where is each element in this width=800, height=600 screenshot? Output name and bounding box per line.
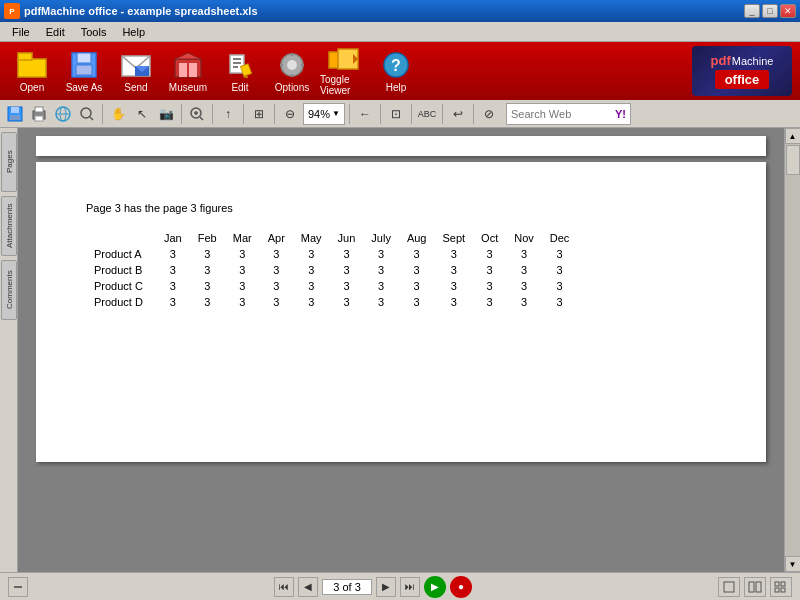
separator7 — [380, 104, 381, 124]
send-label: Send — [124, 82, 147, 93]
table-row: Product B 333333333333 — [86, 262, 577, 278]
product-b-label: Product B — [86, 262, 156, 278]
nav-last-button[interactable]: ⏭ — [400, 577, 420, 597]
menu-tools[interactable]: Tools — [73, 25, 115, 39]
svg-rect-51 — [781, 588, 785, 592]
svg-rect-30 — [11, 107, 19, 113]
menu-file[interactable]: File — [4, 25, 38, 39]
svg-rect-50 — [775, 588, 779, 592]
svg-rect-48 — [775, 582, 779, 586]
view-single-button[interactable] — [718, 577, 740, 597]
view-double-button[interactable] — [744, 577, 766, 597]
tb2-camera-button[interactable]: 📷 — [155, 103, 177, 125]
scroll-down-button[interactable]: ▼ — [785, 556, 801, 572]
nav-play-button[interactable]: ▶ — [424, 576, 446, 598]
edit-button[interactable]: Edit — [216, 46, 264, 96]
open-label: Open — [20, 82, 44, 93]
tb2-zoom-in-button[interactable] — [186, 103, 208, 125]
window-title: pdfMachine office - example spreadsheet.… — [24, 5, 258, 17]
options-button[interactable]: Options — [268, 46, 316, 96]
svg-rect-44 — [14, 586, 22, 588]
page-main: Page 3 has the page 3 figures Jan Feb Ma… — [36, 162, 766, 462]
tb2-zoom-out-button[interactable]: ⊖ — [279, 103, 301, 125]
tb2-spell-button[interactable]: ABC — [416, 103, 438, 125]
zoom-dropdown-icon[interactable]: ▼ — [332, 109, 340, 118]
save-as-button[interactable]: Save As — [60, 46, 108, 96]
nav-first-button[interactable]: ⏮ — [274, 577, 294, 597]
zoom-value: 94% — [308, 108, 330, 120]
separator2 — [181, 104, 182, 124]
col-header-aug: Aug — [399, 230, 435, 246]
col-header-july: July — [363, 230, 399, 246]
svg-rect-11 — [189, 63, 197, 77]
open-button[interactable]: Open — [8, 46, 56, 96]
toggle-viewer-button[interactable]: Toggle Viewer — [320, 46, 368, 96]
nav-prev-button[interactable]: ◀ — [298, 577, 318, 597]
nav-stop-button[interactable]: ● — [450, 576, 472, 598]
help-icon: ? — [380, 49, 412, 81]
separator10 — [473, 104, 474, 124]
maximize-button[interactable]: □ — [762, 4, 778, 18]
save-as-label: Save As — [66, 82, 103, 93]
svg-rect-8 — [175, 59, 201, 77]
sidebar-tab-pages[interactable]: Pages — [1, 132, 17, 192]
separator5 — [274, 104, 275, 124]
svg-rect-49 — [781, 582, 785, 586]
scroll-thumb[interactable] — [786, 145, 800, 175]
tb2-search-button[interactable] — [76, 103, 98, 125]
tb2-undo-button[interactable]: ↩ — [447, 103, 469, 125]
svg-text:?: ? — [391, 57, 401, 74]
page-indicator: 3 of 3 — [322, 579, 372, 595]
table-row: Product D 333333333333 — [86, 294, 577, 310]
view-grid-button[interactable] — [770, 577, 792, 597]
edit-icon — [224, 49, 256, 81]
tb2-hand-button[interactable]: ✋ — [107, 103, 129, 125]
svg-rect-3 — [77, 53, 91, 63]
nav-horizontal-scroll — [8, 577, 28, 597]
table-row: Product C 333333333333 — [86, 278, 577, 294]
tb2-web-button[interactable] — [52, 103, 74, 125]
search-input[interactable] — [511, 108, 611, 120]
zoom-box[interactable]: 94% ▼ — [303, 103, 345, 125]
col-header-empty — [86, 230, 156, 246]
svg-line-39 — [90, 117, 93, 120]
help-button[interactable]: ? Help — [372, 46, 420, 96]
pdfmachine-logo: pdf Machine office — [692, 46, 792, 96]
separator4 — [243, 104, 244, 124]
close-button[interactable]: ✕ — [780, 4, 796, 18]
scroll-up-button[interactable]: ▲ — [785, 128, 801, 144]
museum-button[interactable]: Museum — [164, 46, 212, 96]
page-heading: Page 3 has the page 3 figures — [86, 202, 716, 214]
svg-rect-45 — [724, 582, 734, 592]
museum-label: Museum — [169, 82, 207, 93]
tb2-zoom-prev-button[interactable]: ← — [354, 103, 376, 125]
tb2-arrow-up-button[interactable]: ↑ — [217, 103, 239, 125]
tb2-save-button[interactable] — [4, 103, 26, 125]
yahoo-logo: Y! — [615, 108, 626, 120]
menu-edit[interactable]: Edit — [38, 25, 73, 39]
left-sidebar: Pages Attachments Comments — [0, 128, 18, 572]
nav-next-button[interactable]: ▶ — [376, 577, 396, 597]
tb2-cursor-button[interactable]: ↖ — [131, 103, 153, 125]
separator9 — [442, 104, 443, 124]
tb2-redo-button[interactable]: ⊘ — [478, 103, 500, 125]
svg-rect-31 — [10, 115, 20, 120]
separator3 — [212, 104, 213, 124]
title-text: P pdfMachine office - example spreadshee… — [4, 3, 258, 19]
menu-help[interactable]: Help — [114, 25, 153, 39]
tb2-fit-button[interactable]: ⊞ — [248, 103, 270, 125]
tb2-size-button[interactable]: ⊡ — [385, 103, 407, 125]
menu-bar: File Edit Tools Help — [0, 22, 800, 42]
svg-rect-0 — [18, 59, 46, 77]
options-icon — [276, 49, 308, 81]
tb2-print-button[interactable] — [28, 103, 50, 125]
product-c-label: Product C — [86, 278, 156, 294]
sidebar-tab-attachments[interactable]: Attachments — [1, 196, 17, 256]
toolbar-red: Open Save As Send — [0, 42, 800, 100]
svg-rect-33 — [35, 107, 43, 112]
sidebar-tab-comments[interactable]: Comments — [1, 260, 17, 320]
toggle-viewer-label: Toggle Viewer — [320, 74, 368, 96]
options-label: Options — [275, 82, 309, 93]
minimize-button[interactable]: _ — [744, 4, 760, 18]
send-button[interactable]: Send — [112, 46, 160, 96]
